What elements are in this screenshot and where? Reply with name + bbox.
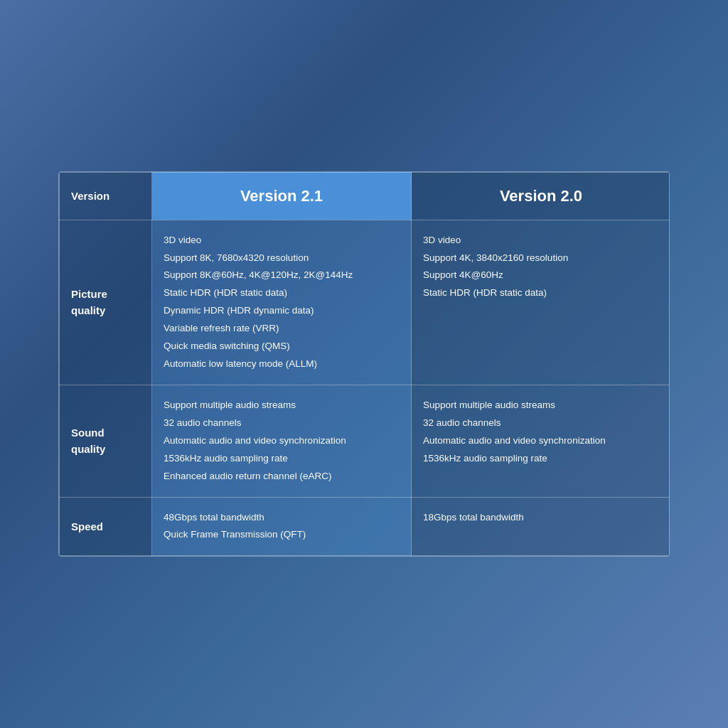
comparison-table: Version Version 2.1 Version 2.0 Picture …	[58, 171, 670, 557]
list-item: 1536kHz audio sampling rate	[164, 451, 400, 466]
list-item: Support 8K, 7680x4320 resolution	[164, 251, 400, 266]
list-item: Quick Frame Transmission (QFT)	[164, 528, 400, 542]
list-item: Dynamic HDR (HDR dynamic data)	[164, 304, 400, 318]
list-item: 32 audio channels	[423, 416, 659, 431]
list-item: 18Gbps total bandwidth	[423, 510, 659, 525]
list-item: 48Gbps total bandwidth	[164, 510, 400, 525]
list-item: Support multiple audio streams	[164, 398, 400, 413]
row-label: Picture quality	[60, 220, 152, 385]
list-item: Static HDR (HDR static data)	[423, 286, 659, 301]
version-20-header: Version 2.0	[412, 172, 670, 220]
list-item: 32 audio channels	[164, 416, 400, 431]
v21-features: 3D videoSupport 8K, 7680x4320 resolution…	[152, 220, 412, 385]
list-item: 3D video	[423, 233, 659, 248]
list-item: Automatic low latency mode (ALLM)	[164, 357, 400, 372]
list-item: Support 4K@60Hz	[423, 268, 659, 283]
list-item: Static HDR (HDR static data)	[164, 286, 400, 301]
version-label: Version	[60, 172, 152, 220]
v20-features: Support multiple audio streams32 audio c…	[412, 385, 670, 497]
table-row: Picture quality3D videoSupport 8K, 7680x…	[60, 220, 670, 385]
list-item: Quick media switching (QMS)	[164, 339, 400, 354]
list-item: Support multiple audio streams	[423, 398, 659, 413]
list-item: Support 8K@60Hz, 4K@120Hz, 2K@144Hz	[164, 268, 400, 283]
row-label: Sound quality	[60, 385, 152, 497]
v21-features: 48Gbps total bandwidthQuick Frame Transm…	[152, 497, 412, 556]
list-item: 1536kHz audio sampling rate	[423, 451, 659, 466]
v20-features: 18Gbps total bandwidth	[412, 497, 670, 556]
list-item: Automatic audio and video synchronizatio…	[164, 434, 400, 449]
row-label: Speed	[60, 497, 152, 556]
v21-features: Support multiple audio streams32 audio c…	[152, 385, 412, 497]
list-item: 3D video	[164, 233, 400, 248]
list-item: Enhanced audio return channel (eARC)	[164, 469, 400, 484]
list-item: Support 4K, 3840x2160 resolution	[423, 251, 659, 266]
version-21-header: Version 2.1	[152, 172, 412, 220]
v20-features: 3D videoSupport 4K, 3840x2160 resolution…	[412, 220, 670, 385]
list-item: Automatic audio and video synchronizatio…	[423, 434, 659, 449]
header-row: Version Version 2.1 Version 2.0	[60, 172, 670, 220]
list-item: Variable refresh rate (VRR)	[164, 321, 400, 336]
table-row: Sound qualitySupport multiple audio stre…	[60, 385, 670, 497]
table-row: Speed48Gbps total bandwidthQuick Frame T…	[60, 497, 670, 556]
